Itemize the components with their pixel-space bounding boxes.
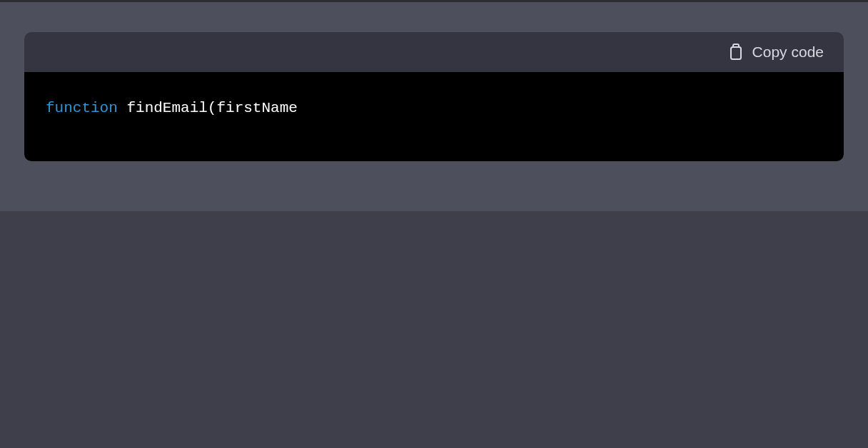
svg-rect-0	[731, 47, 741, 59]
message-section: Copy code function findEmail(firstName	[0, 2, 868, 211]
code-line: function findEmail(firstName	[46, 98, 822, 118]
code-block: Copy code function findEmail(firstName	[24, 32, 844, 161]
code-block-body[interactable]: function findEmail(firstName	[24, 72, 844, 161]
code-block-header: Copy code	[24, 32, 844, 72]
code-token-keyword: function	[46, 100, 118, 116]
code-token: findEmail(firstName	[118, 100, 298, 116]
clipboard-icon	[728, 43, 744, 61]
copy-code-button[interactable]: Copy code	[728, 43, 824, 61]
copy-code-label: Copy code	[752, 44, 824, 61]
